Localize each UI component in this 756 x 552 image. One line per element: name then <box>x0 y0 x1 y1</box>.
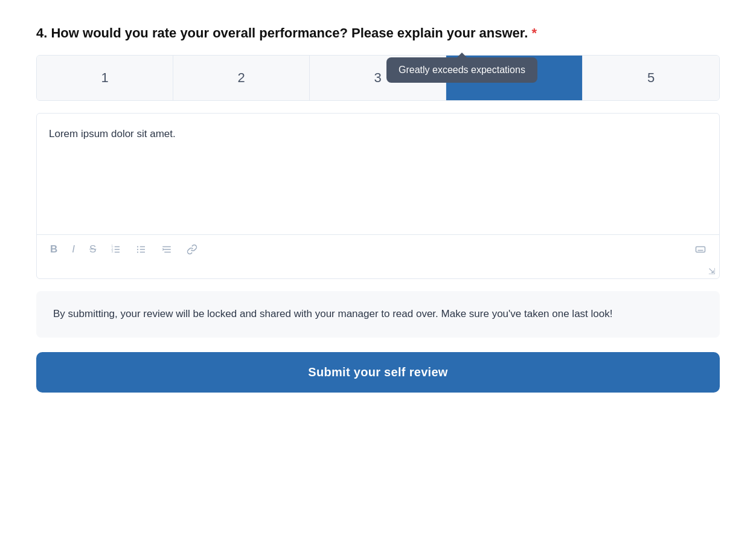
question-number: 4 <box>36 25 43 40</box>
rating-option-1[interactable]: 1 <box>37 56 173 100</box>
ordered-list-icon: 1. 2. 3. <box>111 244 121 255</box>
tooltip-text: Greatly exceeds expectations <box>399 65 525 75</box>
unordered-list-icon <box>136 244 147 255</box>
editor-resize-handle[interactable]: ⇲ <box>37 264 719 278</box>
required-star: * <box>531 25 537 40</box>
svg-point-10 <box>137 249 138 250</box>
rating-option-5[interactable]: 5 <box>583 56 719 100</box>
question-text: How would you rate your overall performa… <box>51 25 528 40</box>
rating-option-2[interactable]: 2 <box>173 56 310 100</box>
text-editor: Lorem ipsum dolor sit amet. B I S 1. 2. … <box>36 113 720 279</box>
svg-text:3.: 3. <box>112 250 114 253</box>
indent-button[interactable] <box>158 242 176 257</box>
submission-info-box: By submitting, your review will be locke… <box>36 291 720 338</box>
indent-icon <box>161 244 172 255</box>
bold-button[interactable]: B <box>46 241 61 258</box>
keyboard-button[interactable] <box>691 242 710 257</box>
resize-icon: ⇲ <box>708 266 716 276</box>
bold-icon: B <box>50 243 57 255</box>
link-button[interactable] <box>183 242 201 257</box>
svg-point-11 <box>137 251 138 252</box>
svg-point-9 <box>137 246 138 247</box>
keyboard-icon <box>695 244 706 255</box>
strikethrough-icon: S <box>89 243 96 255</box>
link-icon <box>187 244 197 255</box>
unordered-list-button[interactable] <box>132 242 150 257</box>
ordered-list-button[interactable]: 1. 2. 3. <box>107 242 125 257</box>
strikethrough-button[interactable]: S <box>86 241 100 258</box>
question-label: 4. How would you rate your overall perfo… <box>36 24 720 43</box>
svg-rect-15 <box>696 246 705 252</box>
question-container: 4. How would you rate your overall perfo… <box>36 24 720 43</box>
submit-button[interactable]: Submit your self review <box>36 352 720 393</box>
editor-toolbar: B I S 1. 2. 3. <box>37 234 719 264</box>
editor-content-area[interactable]: Lorem ipsum dolor sit amet. <box>37 114 719 234</box>
italic-icon: I <box>72 243 75 255</box>
info-text: By submitting, your review will be locke… <box>53 306 703 323</box>
rating-tooltip: Greatly exceeds expectations <box>386 57 537 83</box>
italic-button[interactable]: I <box>68 241 78 258</box>
rating-scale: 1 2 3 4 5 <box>36 55 720 101</box>
